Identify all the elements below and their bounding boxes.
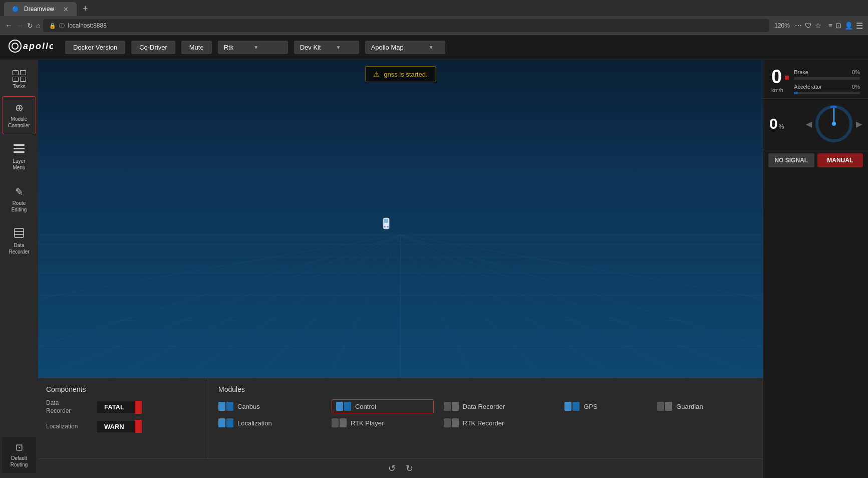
brake-label: Brake: [794, 69, 808, 75]
guardian-toggle[interactable]: [657, 402, 672, 411]
undo-icon[interactable]: ↺: [388, 463, 396, 474]
svg-text:apollo: apollo: [23, 41, 53, 51]
docker-version-button[interactable]: Docker Version: [65, 41, 125, 54]
dev-kit-dropdown-arrow: ▼: [336, 45, 341, 50]
data-recorder-module-label: Data Recorder: [463, 403, 505, 410]
localization-component-name: Localization: [46, 423, 91, 430]
svg-rect-6: [15, 228, 24, 237]
data-recorder-status: FATAL: [97, 401, 142, 414]
module-rtk-player[interactable]: RTK Player: [332, 418, 434, 427]
sidebar: Tasks ⊕ ModuleController LayerMenu ✎: [0, 60, 38, 478]
localization-status-text: WARN: [97, 421, 135, 432]
rtk-dropdown[interactable]: Rtk ▼: [218, 41, 288, 54]
new-tab-button[interactable]: +: [78, 4, 93, 16]
tab-favicon: 🔵: [12, 6, 19, 13]
data-recorder-component-row: DataRecorder FATAL: [46, 399, 200, 415]
svg-rect-4: [14, 148, 25, 149]
svg-line-27: [401, 235, 763, 378]
no-signal-button[interactable]: NO SIGNAL: [768, 153, 814, 167]
modules-panel: Modules Canbus: [208, 378, 763, 458]
svg-line-24: [401, 235, 545, 378]
app-header: apollo Docker Version Co-Driver Mute Rtk…: [0, 35, 868, 60]
home-button[interactable]: ⌂: [36, 22, 40, 30]
module-localization[interactable]: Localization: [218, 418, 322, 427]
module-gps[interactable]: GPS: [564, 402, 647, 411]
tab-bar: 🔵 Dreamview ✕ +: [0, 0, 868, 16]
bottom-panel-content: Components DataRecorder FATAL Localizati…: [38, 378, 763, 458]
module-controller-icon: ⊕: [15, 102, 24, 114]
sidebar-item-layer-menu[interactable]: LayerMenu: [2, 139, 36, 176]
sidebar-item-route-editing[interactable]: ✎ RouteEditing: [2, 181, 36, 218]
data-recorder-toggle[interactable]: [444, 402, 459, 411]
reload-button[interactable]: ↻: [27, 22, 33, 30]
rtk-recorder-toggle[interactable]: [444, 418, 459, 427]
svg-rect-3: [14, 144, 25, 146]
redo-icon[interactable]: ↻: [406, 463, 413, 474]
route-editing-icon: ✎: [15, 186, 24, 198]
rtk-recorder-label: RTK Recorder: [463, 419, 504, 427]
modules-title: Modules: [218, 385, 753, 393]
speed-value: 0: [771, 67, 782, 86]
brake-value: 0%: [852, 69, 860, 75]
svg-line-30: [38, 235, 401, 346]
components-title: Components: [46, 385, 200, 393]
brake-bar-bg: [794, 77, 860, 80]
active-tab[interactable]: 🔵 Dreamview ✕: [4, 2, 77, 16]
grid-overlay: [38, 60, 763, 378]
module-canbus[interactable]: Canbus: [218, 402, 322, 411]
control-toggle[interactable]: [336, 402, 351, 411]
mute-button[interactable]: Mute: [181, 41, 212, 54]
dev-kit-dropdown[interactable]: Dev Kit ▼: [294, 41, 359, 54]
vehicle-marker: [382, 217, 391, 234]
canbus-toggle[interactable]: [218, 402, 233, 411]
zoom-level: 120%: [772, 22, 792, 29]
sidebar-item-module-controller[interactable]: ⊕ ModuleController: [2, 96, 36, 134]
co-driver-button[interactable]: Co-Driver: [131, 41, 175, 54]
apollo-map-dropdown[interactable]: Apollo Map ▼: [365, 41, 445, 54]
bottom-panel: Components DataRecorder FATAL Localizati…: [38, 378, 763, 478]
bookmark-icon: ☆: [815, 22, 821, 30]
svg-point-0: [9, 40, 21, 52]
profile-icon: 👤: [844, 22, 853, 30]
localization-toggle[interactable]: [218, 418, 233, 427]
bookmarks-bar-icon: ≡: [828, 22, 832, 30]
data-recorder-icon: [14, 228, 24, 240]
gps-toggle[interactable]: [564, 402, 580, 411]
sidebar-item-default-routing[interactable]: ⊡ DefaultRouting: [2, 437, 36, 473]
tabs-icon: ⊡: [835, 22, 841, 30]
svg-point-1: [12, 43, 18, 49]
menu-icon[interactable]: ☰: [856, 21, 863, 31]
layer-menu-icon: [14, 144, 25, 156]
rtk-dropdown-arrow: ▼: [253, 45, 258, 50]
svg-line-19: [183, 235, 400, 378]
module-control[interactable]: Control: [332, 399, 434, 413]
gauge-right-arrow[interactable]: ▶: [856, 119, 862, 129]
signal-panel: NO SIGNAL MANUAL: [763, 149, 868, 171]
browser-chrome: 🔵 Dreamview ✕ + ← → ↻ ⌂ 🔒 ⓘ localhost:88…: [0, 0, 868, 35]
default-routing-label: DefaultRouting: [11, 455, 28, 468]
rtk-player-toggle[interactable]: [332, 418, 347, 427]
module-data-recorder[interactable]: Data Recorder: [444, 402, 555, 411]
app-container: apollo Docker Version Co-Driver Mute Rtk…: [0, 35, 868, 478]
module-rtk-recorder[interactable]: RTK Recorder: [444, 418, 555, 427]
sidebar-item-tasks[interactable]: Tasks: [2, 65, 36, 94]
module-guardian[interactable]: Guardian: [657, 402, 753, 411]
notification-text: gnss is started.: [384, 71, 427, 78]
sidebar-item-data-recorder[interactable]: DataRecorder: [2, 223, 36, 260]
forward-button[interactable]: →: [16, 21, 24, 30]
manual-button[interactable]: MANUAL: [817, 153, 863, 167]
gauge-left-arrow[interactable]: ◀: [806, 119, 812, 129]
url-bar[interactable]: 🔒 ⓘ localhost:8888: [43, 19, 769, 32]
localization-status: WARN: [97, 420, 142, 433]
tab-close-icon[interactable]: ✕: [63, 6, 69, 13]
svg-line-25: [401, 235, 618, 378]
tasks-label: Tasks: [13, 84, 26, 89]
guardian-label: Guardian: [676, 403, 703, 410]
back-button[interactable]: ←: [5, 21, 13, 30]
rtk-player-label: RTK Player: [351, 419, 384, 427]
data-recorder-label: DataRecorder: [9, 242, 29, 255]
data-recorder-component-name: DataRecorder: [46, 399, 91, 415]
svg-point-39: [832, 122, 836, 126]
gauge-circle: [815, 105, 853, 143]
svg-line-23: [401, 235, 473, 378]
